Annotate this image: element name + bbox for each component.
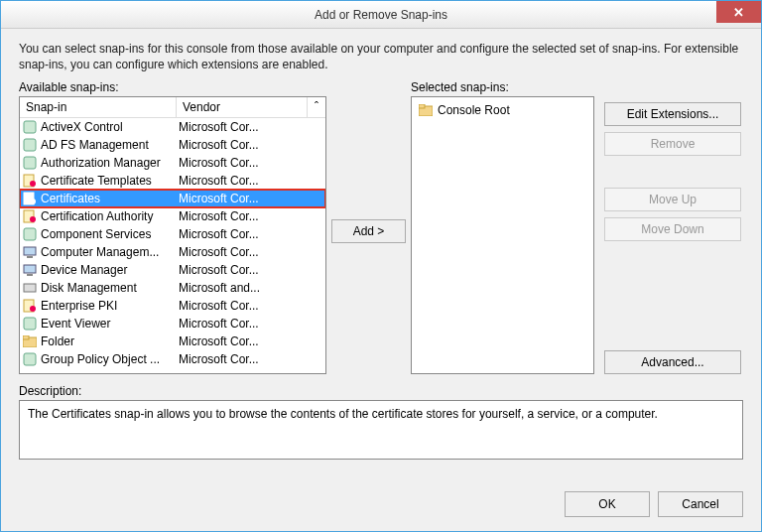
selected-body: Console Root [412, 97, 593, 373]
move-down-button[interactable]: Move Down [604, 217, 741, 241]
move-up-button[interactable]: Move Up [604, 188, 741, 211]
header-snapin[interactable]: Snap-in [20, 97, 177, 117]
remove-button[interactable]: Remove [604, 132, 741, 156]
snapin-vendor: Microsoft Cor... [175, 245, 323, 259]
snapin-name: Event Viewer [41, 317, 110, 331]
svg-rect-19 [23, 335, 29, 339]
titlebar: Add or Remove Snap-ins ✕ [1, 1, 761, 29]
available-row[interactable]: Component ServicesMicrosoft Cor... [20, 225, 325, 243]
device-icon [22, 262, 38, 278]
ok-button[interactable]: OK [565, 491, 650, 517]
svg-rect-10 [24, 247, 36, 255]
description-text: The Certificates snap-in allows you to b… [28, 407, 658, 421]
computer-icon [22, 244, 38, 260]
snapin-name: Component Services [41, 227, 151, 241]
advanced-button[interactable]: Advanced... [604, 350, 741, 374]
svg-rect-13 [27, 274, 33, 276]
spacer [604, 80, 743, 96]
snapin-vendor: Microsoft Cor... [175, 192, 323, 205]
selected-listbox[interactable]: Console Root [411, 96, 594, 374]
selected-root-label: Console Root [438, 103, 510, 117]
available-column: Available snap-ins: Snap-in Vendor ˆ Act… [19, 80, 326, 374]
available-row[interactable]: AD FS ManagementMicrosoft Cor... [20, 136, 325, 154]
gpo-icon [22, 351, 38, 367]
svg-rect-22 [419, 104, 425, 108]
pki-icon [22, 298, 38, 314]
available-row[interactable]: Disk ManagementMicrosoft and... [20, 279, 325, 297]
svg-rect-0 [24, 121, 36, 133]
svg-point-4 [30, 181, 36, 187]
svg-rect-11 [27, 256, 33, 258]
selected-label: Selected snap-ins: [411, 80, 594, 94]
snapin-vendor: Microsoft Cor... [175, 317, 323, 331]
folder-icon [22, 333, 38, 349]
adfs-icon [22, 137, 38, 153]
svg-rect-9 [24, 228, 36, 240]
close-icon: ✕ [733, 5, 744, 20]
event-icon [22, 316, 38, 332]
snapin-vendor: Microsoft Cor... [175, 209, 323, 223]
add-button[interactable]: Add > [331, 219, 406, 243]
snapin-name: Device Manager [41, 263, 127, 277]
snapin-name: AD FS Management [41, 138, 149, 152]
available-row[interactable]: Device ManagerMicrosoft Cor... [20, 261, 325, 279]
middle-column: Add > [336, 80, 401, 374]
snapin-name: Certificate Templates [41, 174, 152, 188]
dialog-body: You can select snap-ins for this console… [1, 29, 761, 479]
close-button[interactable]: ✕ [716, 1, 761, 23]
snapin-vendor: Microsoft Cor... [175, 227, 323, 241]
snapin-name: Certificates [41, 192, 100, 205]
svg-rect-1 [24, 139, 36, 151]
svg-rect-20 [24, 353, 36, 365]
edit-extensions-button[interactable]: Edit Extensions... [604, 102, 741, 126]
snapin-vendor: Microsoft and... [175, 281, 323, 295]
intro-text: You can select snap-ins for this console… [19, 41, 743, 72]
disk-icon [22, 280, 38, 296]
snapin-vendor: Microsoft Cor... [175, 174, 323, 188]
available-row[interactable]: Enterprise PKIMicrosoft Cor... [20, 297, 325, 315]
snapin-name: Group Policy Object ... [41, 352, 160, 366]
cert-tpl-icon [22, 173, 38, 189]
snapin-vendor: Microsoft Cor... [175, 352, 323, 366]
spacer [604, 247, 743, 344]
snapin-vendor: Microsoft Cor... [175, 299, 323, 313]
header-vendor[interactable]: Vendor [177, 97, 308, 117]
description-box: The Certificates snap-in allows you to b… [19, 400, 743, 460]
snapin-name: ActiveX Control [41, 120, 123, 134]
svg-point-16 [30, 306, 36, 312]
snapin-vendor: Microsoft Cor... [175, 120, 323, 134]
available-row[interactable]: Computer Managem...Microsoft Cor... [20, 243, 325, 261]
available-row[interactable]: Event ViewerMicrosoft Cor... [20, 315, 325, 332]
available-row[interactable]: Certification AuthorityMicrosoft Cor... [20, 207, 325, 225]
svg-rect-14 [24, 284, 36, 292]
ca-icon [22, 208, 38, 224]
available-rows[interactable]: ActiveX ControlMicrosoft Cor...AD FS Man… [20, 118, 325, 373]
dialog-footer: OK Cancel [1, 479, 761, 531]
snapin-name: Folder [41, 334, 74, 348]
selected-column: Selected snap-ins: Console Root [411, 80, 594, 374]
folder-icon [418, 102, 434, 118]
available-row[interactable]: CertificatesMicrosoft Cor... [20, 190, 325, 207]
available-row[interactable]: ActiveX ControlMicrosoft Cor... [20, 118, 325, 136]
svg-point-8 [30, 216, 36, 222]
snapin-vendor: Microsoft Cor... [175, 156, 323, 170]
dialog-window: Add or Remove Snap-ins ✕ You can select … [0, 0, 762, 532]
selected-root-row[interactable]: Console Root [418, 101, 587, 119]
cancel-button[interactable]: Cancel [658, 491, 743, 517]
available-row[interactable]: Group Policy Object ...Microsoft Cor... [20, 350, 325, 368]
main-area: Available snap-ins: Snap-in Vendor ˆ Act… [19, 80, 743, 374]
spacer [604, 162, 743, 182]
available-row[interactable]: FolderMicrosoft Cor... [20, 332, 325, 350]
available-header: Snap-in Vendor ˆ [20, 97, 325, 118]
comp-icon [22, 226, 38, 242]
available-row[interactable]: Authorization ManagerMicrosoft Cor... [20, 154, 325, 172]
snapin-name: Computer Managem... [41, 245, 159, 259]
window-title: Add or Remove Snap-ins [1, 8, 761, 22]
header-chevron-icon[interactable]: ˆ [308, 97, 325, 117]
available-row[interactable]: Certificate TemplatesMicrosoft Cor... [20, 172, 325, 190]
svg-rect-17 [24, 318, 36, 330]
description-label: Description: [19, 384, 743, 398]
available-listbox[interactable]: Snap-in Vendor ˆ ActiveX ControlMicrosof… [19, 96, 326, 374]
snapin-vendor: Microsoft Cor... [175, 263, 323, 277]
cert-icon [22, 191, 38, 206]
